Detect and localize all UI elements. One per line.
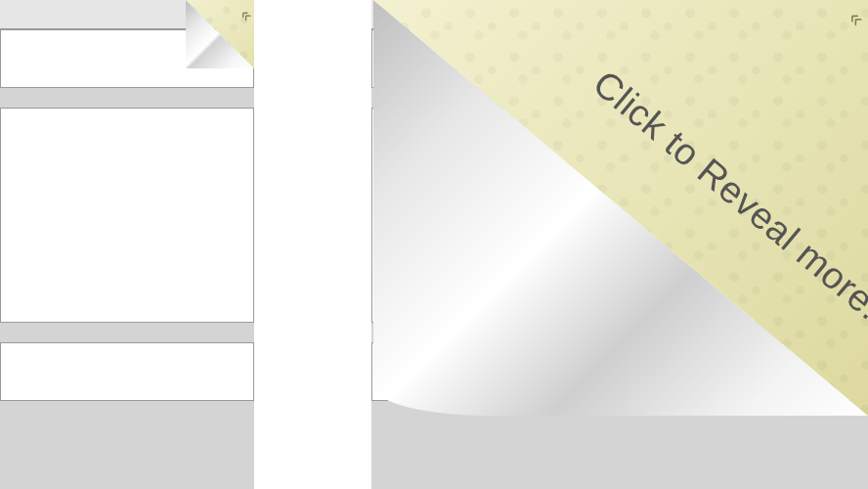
demo-expanded-column: Show me the money! Click to Reveal more!…	[371, 0, 868, 489]
page-peel-expanded[interactable]: Click to Reveal more! «	[373, 0, 868, 416]
demo-collapsed-column: «	[0, 0, 254, 489]
placeholder-row	[0, 108, 254, 323]
placeholder-row	[0, 342, 254, 401]
page-peel-collapsed[interactable]: «	[186, 0, 254, 68]
